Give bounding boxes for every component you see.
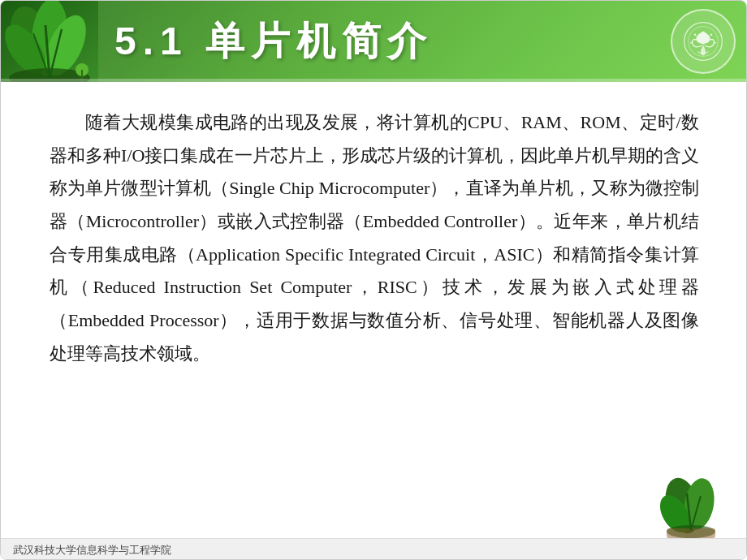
main-paragraph: 随着大规模集成电路的出现及发展，将计算机的CPU、RAM、ROM、定时/数器和多… xyxy=(50,106,699,371)
slide-footer: 武汉科技大学信息科学与工程学院 xyxy=(1,538,747,560)
university-logo xyxy=(667,5,740,78)
slide-title: 5.1 单片机简介 xyxy=(114,15,433,67)
header-bottom-stripe xyxy=(1,79,747,82)
header-title-area: 5.1 单片机简介 xyxy=(98,15,667,67)
plant-svg xyxy=(658,473,723,538)
svg-point-13 xyxy=(694,33,697,35)
slide-header: 5.1 单片机简介 xyxy=(1,1,747,82)
header-plant-decoration xyxy=(1,1,98,82)
svg-point-14 xyxy=(710,33,713,35)
logo-svg xyxy=(683,21,723,62)
bottom-plant-decoration xyxy=(658,473,723,538)
footer-institution: 武汉科技大学信息科学与工程学院 xyxy=(13,543,171,558)
svg-point-15 xyxy=(690,42,692,44)
slide-container: 5.1 单片机简介 xyxy=(1,1,747,560)
slide-content: 随着大规模集成电路的出现及发展，将计算机的CPU、RAM、ROM、定时/数器和多… xyxy=(1,82,747,498)
bottom-decoration-area xyxy=(1,498,747,538)
logo-circle xyxy=(671,9,736,74)
svg-point-16 xyxy=(715,42,716,44)
